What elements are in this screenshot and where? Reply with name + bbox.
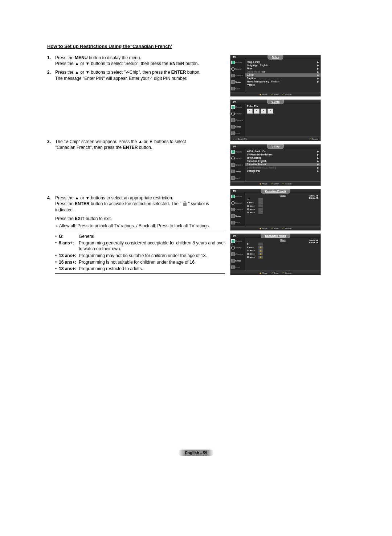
- tv-label: TV: [233, 189, 236, 193]
- pin-digit[interactable]: *: [254, 109, 260, 114]
- osd-side-item[interactable]: Sound: [230, 110, 245, 117]
- osd-side-item[interactable]: Channel: [230, 251, 245, 257]
- side-icon: [231, 208, 235, 211]
- pin-digit[interactable]: *: [261, 109, 266, 114]
- step-3: 3. The "V-Chip" screen will appear. Pres…: [47, 139, 225, 150]
- osd-side-item[interactable]: Setup: [230, 123, 245, 130]
- block-all-button[interactable]: Block All: [309, 241, 318, 244]
- osd-side-item[interactable]: Setup: [230, 213, 245, 219]
- text: button to exit.: [85, 216, 112, 221]
- osd-menu-row: Game Mode : Off▶: [247, 70, 319, 73]
- block-cell[interactable]: [258, 211, 263, 214]
- step-4: 4. Press the ▲ or ▼ buttons to select an…: [47, 195, 225, 274]
- osd-side-item[interactable]: Sound: [230, 200, 245, 206]
- block-all-button[interactable]: Block All: [309, 197, 318, 199]
- osd-rating-row[interactable]: 18 ans+🔒: [247, 256, 319, 259]
- osd-side-item[interactable]: Channel: [230, 72, 245, 79]
- rating-row: •G:General: [55, 233, 225, 240]
- osd-side-item[interactable]: Input: [230, 264, 245, 271]
- osd-rating-row[interactable]: 16 ans+🔒: [247, 252, 319, 256]
- osd-menu-row[interactable]: Time▶: [247, 67, 319, 70]
- osd-side-item[interactable]: Input: [230, 130, 245, 137]
- osd-menu-row[interactable]: TV Parental Guidelines▶: [247, 153, 319, 156]
- osd-menu-row: Downloadable U.S. Rating▶: [247, 166, 319, 169]
- osd-menu-row[interactable]: MPAA Rating▶: [247, 156, 319, 159]
- osd-side-item[interactable]: Sound: [230, 66, 245, 72]
- osd-menu-row[interactable]: Language : English▶: [247, 64, 319, 67]
- rating-desc: General: [79, 234, 225, 239]
- osd-side-item[interactable]: Input: [230, 175, 245, 181]
- return-icon: ↶: [282, 182, 284, 185]
- osd-menu-row[interactable]: Plug & Play▶: [247, 60, 319, 64]
- block-cell[interactable]: 🔒: [258, 256, 263, 259]
- block-cell[interactable]: [258, 243, 263, 245]
- side-icon: [231, 131, 235, 135]
- pin-digit[interactable]: *: [268, 109, 273, 114]
- enter-key: ENTER: [123, 145, 138, 150]
- osd-side-item[interactable]: Picture: [230, 238, 245, 244]
- text: Press the: [55, 201, 75, 206]
- osd-menu-row[interactable]: V-Chip Lock : On▶: [247, 150, 319, 153]
- side-icon: [231, 157, 235, 160]
- block-cell[interactable]: [258, 204, 263, 207]
- osd-side-item[interactable]: Sound: [230, 244, 245, 251]
- osd-menu-row[interactable]: ▼More: [247, 83, 319, 86]
- enter-key: ENTER: [75, 201, 90, 206]
- footer-return: Return: [285, 272, 291, 274]
- osd-setup: TV Setup PictureSoundChannelSetupInput P…: [230, 55, 321, 97]
- osd-side-item[interactable]: Setup: [230, 257, 245, 264]
- osd-rating-row[interactable]: 13 ans+: [247, 204, 319, 208]
- osd-side-item[interactable]: Picture: [230, 149, 245, 155]
- osd-rating-row[interactable]: 8 ans+: [247, 201, 319, 204]
- footer-move: Move: [262, 227, 268, 230]
- osd-side-item[interactable]: Picture: [230, 193, 245, 200]
- text: Press the ▲ or ▼ buttons to select "V-Ch…: [55, 70, 171, 75]
- osd-side-item[interactable]: Picture: [230, 59, 245, 66]
- ratings-table: •G:General•8 ans+:Programming generally …: [55, 232, 225, 274]
- block-cell[interactable]: 🔒: [258, 246, 263, 249]
- rating-desc: Programming restricted to adults.: [79, 266, 225, 272]
- osd-menu-row[interactable]: Change PIN▶: [247, 169, 319, 172]
- osd-rating-row[interactable]: 18 ans+: [247, 211, 319, 214]
- rating-row: •13 ans+:Programming may not be suitable…: [55, 252, 225, 259]
- block-cell[interactable]: 🔒: [258, 249, 263, 252]
- side-icon: [231, 259, 235, 263]
- block-cell[interactable]: [258, 208, 263, 211]
- osd-rating-row[interactable]: G: [247, 243, 319, 246]
- side-icon: [231, 118, 235, 122]
- block-cell[interactable]: [258, 198, 263, 201]
- osd-rating-row[interactable]: 8 ans+🔒: [247, 246, 319, 249]
- block-column-header: Block: [247, 239, 319, 241]
- osd-side-item[interactable]: Channel: [230, 117, 245, 123]
- osd-side-item[interactable]: Channel: [230, 162, 245, 168]
- side-icon: [231, 176, 235, 180]
- block-cell[interactable]: 🔒: [258, 252, 263, 255]
- osd-side-item[interactable]: Setup: [230, 168, 245, 175]
- rating-label: 13 ans+:: [59, 253, 79, 259]
- footer-enter: Enter: [274, 183, 279, 185]
- instructions-column: 1. Press the MENU button to display the …: [47, 55, 225, 278]
- osd-menu-row[interactable]: V-Chip▶: [245, 73, 320, 77]
- osd-menu-row[interactable]: Caption▶: [247, 77, 319, 80]
- osd-rating-row[interactable]: G: [247, 198, 319, 201]
- text: button.: [186, 70, 200, 75]
- osd-side-item[interactable]: Channel: [230, 206, 245, 213]
- osd-rating-row[interactable]: 16 ans+: [247, 208, 319, 211]
- osd-menu-row[interactable]: Menu Transparency : Medium▶: [247, 80, 319, 83]
- osd-side-item[interactable]: Input: [230, 85, 245, 92]
- osd-side-item[interactable]: Sound: [230, 155, 245, 162]
- footer-enter: Enter: [274, 93, 279, 96]
- osd-rating-row[interactable]: 13 ans+🔒: [247, 249, 319, 252]
- note-arrow-icon: ➣: [55, 224, 58, 228]
- block-cell[interactable]: [258, 201, 263, 204]
- osd-menu-row[interactable]: Canadian French▶: [245, 163, 320, 166]
- pin-digit[interactable]: *: [247, 109, 253, 114]
- side-icon: [231, 105, 235, 109]
- enter-key: ENTER: [170, 61, 184, 66]
- side-icon: [231, 170, 235, 173]
- osd-menu-row[interactable]: Canadian English▶: [247, 159, 319, 163]
- return-icon: ↶: [282, 227, 284, 230]
- osd-side-item[interactable]: Setup: [230, 79, 245, 85]
- osd-side-item[interactable]: Input: [230, 219, 245, 226]
- osd-side-item[interactable]: Picture: [230, 104, 245, 110]
